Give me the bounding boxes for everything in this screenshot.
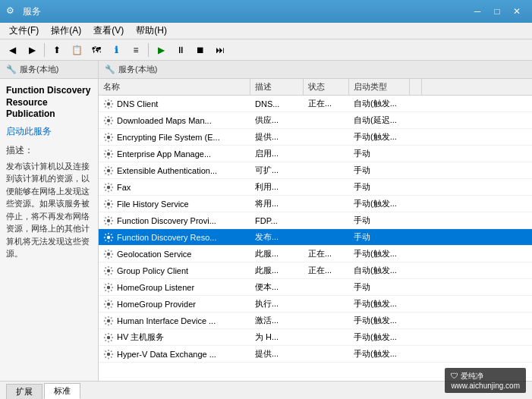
map-button[interactable]: 🗺 [87,42,105,58]
left-panel-title: 服务(本地) [20,64,58,75]
service-name-cell: Function Discovery Provi... [99,212,250,228]
svg-point-5 [107,185,110,188]
service-desc-cell: 此服... [250,262,304,278]
service-startup-cell: 手动(触发... [349,296,410,312]
service-name-text: HomeGroup Provider [117,300,196,309]
restart-button[interactable]: ⏭ [211,42,229,58]
menu-bar: 文件(F) 操作(A) 查看(V) 帮助(H) [0,23,532,39]
show-button[interactable]: 📋 [68,42,86,58]
service-name-cell: Fax [99,179,250,195]
close-button[interactable]: ✕ [508,3,526,20]
table-row[interactable]: Extensible Authentication...可扩...手动 [99,162,532,179]
service-desc-cell: 发布... [250,229,304,245]
stop-button[interactable]: ⏹ [191,42,209,58]
service-status-cell [304,112,349,128]
service-status-cell [304,146,349,162]
menu-help[interactable]: 帮助(H) [130,23,173,39]
pause-button[interactable]: ⏸ [172,42,190,58]
table-row[interactable]: Enterprise App Manage...启用...手动 [99,146,532,162]
service-startup-cell: 手动(触发... [349,329,410,345]
left-panel-header: 🔧 服务(本地) [0,61,98,79]
service-desc-cell: DNS... [250,96,304,112]
table-row[interactable]: Fax利用...手动 [99,179,532,196]
service-name-text: HV 主机服务 [117,331,164,343]
toolbar: ◀ ▶ ⬆ 📋 🗺 ℹ ≡ ▶ ⏸ ⏹ ⏭ [0,39,532,61]
service-startup-cell: 手动 [349,146,410,162]
minimize-button[interactable]: ─ [468,3,486,20]
up-button[interactable]: ⬆ [48,42,66,58]
service-table[interactable]: 名称 描述 状态 启动类型 DNS ClientDNS...正在...自动(触发… [99,79,532,381]
service-gear-icon [103,232,114,243]
service-gear-icon [103,99,114,109]
service-scroll-cell [410,262,422,278]
list-button[interactable]: ≡ [127,42,145,58]
service-name-cell: Human Interface Device ... [99,313,250,328]
service-gear-icon [103,265,114,276]
table-row[interactable]: Hyper-V Data Exchange ...提供...手动(触发... [99,346,532,363]
service-name-cell: File History Service [99,196,250,212]
right-panel-title: 服务(本地) [118,64,157,75]
svg-point-3 [107,152,110,155]
service-desc-cell: 供应... [250,112,304,128]
table-row[interactable]: Geolocation Service此服...正在...手动(触发... [99,246,532,262]
service-scroll-cell [410,179,422,195]
service-scroll-cell [410,313,422,328]
service-status-cell [304,296,349,312]
table-row[interactable]: HV 主机服务为 H...手动(触发... [99,329,532,346]
service-status-cell [304,129,349,145]
table-row[interactable]: DNS ClientDNS...正在...自动(触发... [99,96,532,112]
service-description: 发布该计算机以及连接到该计算机的资源，以便能够在网络上发现这些资源。如果该服务被… [6,160,92,260]
service-name-text: HomeGroup Listener [117,283,194,292]
title-bar: ⚙ 服务 ─ □ ✕ [0,0,532,23]
start-service-link[interactable]: 启动此服务 [6,125,92,138]
watermark-url: www.aichunjing.com [451,382,520,390]
service-status-cell [304,196,349,212]
table-row[interactable]: Downloaded Maps Man...供应...自动(延迟... [99,112,532,129]
service-status-cell [304,279,349,295]
right-panel-header: 🔧 服务(本地) [99,61,532,79]
service-gear-icon [103,332,114,343]
service-scroll-cell [410,246,422,262]
svg-point-8 [107,235,110,238]
service-name-cell: HV 主机服务 [99,329,250,345]
table-row[interactable]: Encrypting File System (E...提供...手动(触发..… [99,129,532,146]
table-row[interactable]: HomeGroup Listener便本...手动 [99,279,532,296]
menu-view[interactable]: 查看(V) [87,23,130,39]
service-gear-icon [103,182,114,193]
col-desc[interactable]: 描述 [250,79,304,95]
table-row[interactable]: File History Service将用...手动(触发... [99,196,532,212]
left-panel-icon: 🔧 [6,64,17,74]
selected-service-name: Function Discovery Resource Publication [6,85,92,121]
service-gear-icon [103,115,114,126]
tab-standard[interactable]: 标准 [44,383,80,399]
play-button[interactable]: ▶ [152,42,170,58]
menu-action[interactable]: 操作(A) [45,23,87,39]
service-status-cell [304,346,349,362]
menu-file[interactable]: 文件(F) [3,23,45,39]
right-panel-icon: 🔧 [105,64,115,74]
svg-point-4 [107,168,110,171]
col-status[interactable]: 状态 [304,79,349,95]
table-row[interactable]: Human Interface Device ...激活...手动(触发... [99,313,532,329]
service-scroll-cell [410,229,422,245]
col-startup[interactable]: 启动类型 [349,79,410,95]
info-button[interactable]: ℹ [107,42,125,58]
forward-button[interactable]: ▶ [23,42,41,58]
table-row[interactable]: Function Discovery Provi...FDP...手动 [99,212,532,229]
tab-extend[interactable]: 扩展 [6,384,42,399]
table-row[interactable]: Group Policy Client此服...正在...自动(触发... [99,262,532,279]
col-name[interactable]: 名称 [99,79,250,95]
back-button[interactable]: ◀ [3,42,21,58]
service-desc-cell: 提供... [250,346,304,362]
table-row[interactable]: HomeGroup Provider执行...手动(触发... [99,296,532,313]
table-row[interactable]: Function Discovery Reso...发布...手动 [99,229,532,246]
service-startup-cell: 自动(延迟... [349,112,410,128]
service-scroll-cell [410,346,422,362]
service-desc-cell: 为 H... [250,329,304,345]
svg-point-9 [107,252,110,255]
maximize-button[interactable]: □ [488,3,506,20]
svg-point-10 [107,269,110,272]
service-status-cell [304,229,349,245]
window-icon: ⚙ [6,5,18,17]
service-name-cell: HomeGroup Provider [99,296,250,312]
